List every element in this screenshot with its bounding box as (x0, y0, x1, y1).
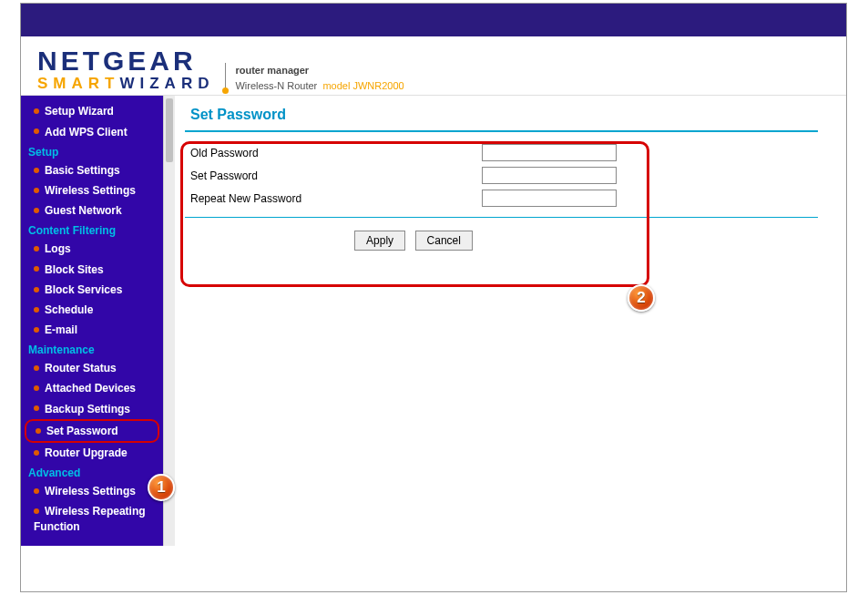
nav-block-services[interactable]: Block Services (21, 280, 163, 300)
nav-section-advanced: Advanced (21, 463, 163, 481)
window-top-bar (21, 4, 846, 36)
row-old-password: Old Password (185, 141, 642, 164)
panel-title: Set Password (185, 103, 818, 128)
row-new-password: Set Password (185, 164, 642, 187)
content-area: Set Password Old Password Set Password R… (163, 96, 846, 546)
cancel-button[interactable]: Cancel (415, 231, 473, 251)
nav-router-status[interactable]: Router Status (21, 358, 163, 378)
nav-router-upgrade[interactable]: Router Upgrade (21, 443, 163, 463)
brand-tagline: router manager Wireless-N Router model J… (225, 63, 403, 93)
nav-basic-settings[interactable]: Basic Settings (21, 160, 163, 180)
nav-adv-wireless[interactable]: Wireless Settings (21, 481, 163, 501)
annotation-badge-1: 1 (148, 474, 175, 501)
nav-section-maintenance: Maintenance (21, 340, 163, 358)
nav-guest-network[interactable]: Guest Network (21, 200, 163, 221)
nav-add-wps[interactable]: Add WPS Client (21, 122, 163, 142)
nav-email[interactable]: E-mail (21, 320, 163, 340)
input-new-password[interactable] (482, 167, 617, 184)
nav-section-setup: Setup (21, 142, 163, 160)
nav-wireless-repeating[interactable]: Wireless Repeating Function (21, 501, 163, 536)
label-old-password: Old Password (190, 147, 482, 159)
input-repeat-password[interactable] (482, 190, 617, 207)
button-row: Apply Cancel (185, 227, 642, 254)
nav-setup-wizard[interactable]: Setup Wizard (21, 101, 163, 121)
nav-logs[interactable]: Logs (21, 239, 163, 259)
set-password-panel: Set Password Old Password Set Password R… (185, 103, 818, 254)
nav-block-sites[interactable]: Block Sites (21, 260, 163, 280)
divider (185, 130, 818, 132)
brand-smartwizard: SMARTWIZARD (37, 75, 214, 93)
row-repeat-password: Repeat New Password (185, 187, 642, 210)
header: NETGEAR SMARTWIZARD router manager Wirel… (21, 36, 846, 96)
input-old-password[interactable] (482, 144, 617, 161)
nav-backup-settings[interactable]: Backup Settings (21, 399, 163, 419)
nav-attached-devices[interactable]: Attached Devices (21, 378, 163, 398)
nav-schedule[interactable]: Schedule (21, 300, 163, 320)
label-new-password: Set Password (190, 169, 482, 182)
nav-wireless-settings[interactable]: Wireless Settings (21, 180, 163, 200)
brand-logo: NETGEAR SMARTWIZARD (37, 47, 214, 93)
nav-set-password[interactable]: Set Password (25, 419, 159, 443)
sidebar: Setup Wizard Add WPS Client Setup Basic … (21, 96, 163, 546)
label-repeat-password: Repeat New Password (190, 192, 482, 205)
apply-button[interactable]: Apply (354, 231, 405, 251)
nav-section-filtering: Content Filtering (21, 221, 163, 239)
brand-netgear: NETGEAR (37, 47, 214, 75)
divider (185, 217, 818, 218)
annotation-badge-2: 2 (628, 284, 655, 312)
